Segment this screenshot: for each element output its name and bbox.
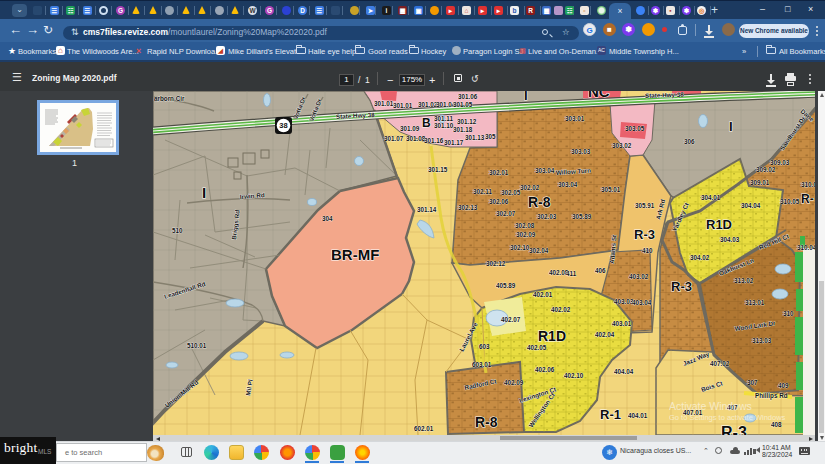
svg-text:R-1: R-1 [600,407,621,422]
svg-text:R-3: R-3 [634,227,655,242]
svg-text:310.0: 310.0 [801,181,815,188]
svg-text:302.07: 302.07 [496,210,516,217]
svg-text:407.02: 407.02 [710,360,730,367]
svg-text:302.08: 302.08 [515,222,535,229]
svg-text:309.02: 309.02 [756,166,776,173]
svg-text:301.11: 301.11 [434,115,453,122]
svg-text:303.01: 303.01 [565,115,585,122]
svg-text:510: 510 [172,227,183,234]
svg-text:403.04: 403.04 [632,299,652,306]
svg-text:R1D: R1D [538,328,566,344]
svg-text:303.04: 303.04 [558,181,578,188]
svg-text:R-: R- [801,192,814,206]
svg-text:301.10: 301.10 [434,122,454,129]
svg-text:313.03: 313.03 [752,337,772,344]
svg-text:402.04: 402.04 [595,331,615,338]
svg-text:301.09: 301.09 [400,125,420,132]
svg-text:402.06: 402.06 [535,366,555,373]
svg-text:404.01: 404.01 [628,412,648,419]
svg-text:301.06: 301.06 [458,93,478,100]
svg-text:R-3: R-3 [671,279,692,294]
svg-text:301.16: 301.16 [424,137,444,144]
svg-text:402.10: 402.10 [564,372,584,379]
svg-text:302.05: 302.05 [501,189,521,196]
svg-text:301.01: 301.01 [374,100,394,107]
svg-text:302.11: 302.11 [473,188,492,195]
svg-text:301.14: 301.14 [417,206,437,213]
svg-text:510.01: 510.01 [187,342,207,349]
svg-text:303.02: 303.02 [612,142,632,149]
svg-text:602.01: 602.01 [414,425,434,432]
svg-text:302.03: 302.03 [537,213,557,220]
svg-text:408: 408 [771,421,782,428]
svg-text:303.04: 303.04 [535,167,555,174]
svg-text:305.89: 305.89 [572,213,592,220]
svg-text:301.05: 301.05 [453,101,473,108]
svg-text:403.01: 403.01 [612,320,632,327]
svg-text:NC: NC [588,91,610,100]
svg-text:402.05: 402.05 [527,344,547,351]
svg-text:405.89: 405.89 [496,282,516,289]
svg-text:I: I [729,119,733,134]
svg-text:301.18: 301.18 [453,126,473,133]
svg-text:305: 305 [485,133,496,140]
svg-text:304.01: 304.01 [701,194,721,201]
svg-text:R-8: R-8 [528,194,551,210]
svg-text:302.10: 302.10 [510,244,530,251]
svg-text:402.09: 402.09 [504,379,524,386]
svg-text:arborn Cir: arborn Cir [154,95,185,102]
svg-text:302.12: 302.12 [486,260,506,267]
svg-text:R-3: R-3 [721,424,747,435]
svg-text:302.04: 302.04 [529,247,549,254]
svg-text:310: 310 [783,310,794,317]
svg-text:304: 304 [322,215,333,222]
svg-text:303.05: 303.05 [625,125,645,132]
svg-text:409: 409 [778,382,789,389]
svg-text:301.15: 301.15 [428,166,448,173]
svg-text:307: 307 [747,379,758,386]
svg-text:302.09: 302.09 [516,231,536,238]
svg-text:301.02: 301.02 [418,101,438,108]
svg-text:I: I [524,91,528,103]
svg-text:403.03: 403.03 [614,298,634,305]
svg-text:304.02: 304.02 [690,254,710,261]
svg-text:306: 306 [684,138,695,145]
svg-text:Phillips Rd: Phillips Rd [755,392,788,400]
svg-text:Go to Settings to activate Win: Go to Settings to activate Windows [669,413,786,422]
svg-text:304.03: 304.03 [720,236,740,243]
svg-text:310.04: 310.04 [797,244,815,251]
svg-text:301.07: 301.07 [384,135,404,142]
svg-text:402.01: 402.01 [533,291,553,298]
svg-text:313.02: 313.02 [734,277,754,284]
svg-text:309.03: 309.03 [770,159,790,166]
svg-text:Activate Windows: Activate Windows [669,400,752,412]
svg-text:309.01: 309.01 [750,179,770,186]
svg-text:R1D: R1D [706,217,732,232]
svg-text:301.17: 301.17 [444,139,464,146]
svg-text:301.01: 301.01 [393,102,413,109]
svg-text:301.12: 301.12 [457,118,477,125]
svg-text:302.13: 302.13 [458,204,478,211]
svg-text:305.91: 305.91 [635,202,655,209]
svg-text:313.01: 313.01 [745,299,765,306]
svg-text:410: 410 [642,247,653,254]
svg-text:304.04: 304.04 [741,202,761,209]
svg-text:302.01: 302.01 [489,169,509,176]
svg-text:303.03: 303.03 [571,148,591,155]
svg-text:R-8: R-8 [475,414,498,430]
svg-text:402.02: 402.02 [551,306,571,313]
svg-text:310.05: 310.05 [780,198,800,205]
svg-text:BR-MF: BR-MF [331,246,379,263]
svg-text:301.08: 301.08 [406,135,426,142]
svg-text:305.01: 305.01 [601,186,621,193]
svg-text:302.06: 302.06 [489,198,509,205]
svg-text:603.01: 603.01 [472,361,492,368]
svg-text:406: 406 [595,267,606,274]
svg-text:402.07: 402.07 [501,316,521,323]
svg-text:411: 411 [566,270,577,277]
svg-text:I: I [202,184,206,201]
svg-text:38: 38 [279,121,287,130]
svg-text:301.13: 301.13 [465,134,485,141]
svg-text:403.02: 403.02 [629,273,649,280]
svg-text:603: 603 [479,343,490,350]
